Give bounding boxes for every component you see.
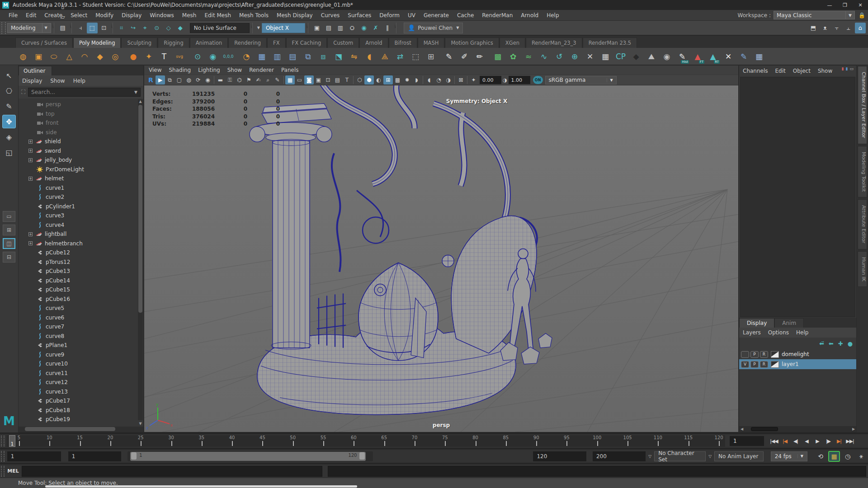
minimize-button[interactable]: — xyxy=(822,0,837,10)
channelbox-menu-show[interactable]: Show xyxy=(818,68,832,74)
character-set-dropdown[interactable]: No Character Set xyxy=(654,451,706,461)
menu-windows[interactable]: Windows xyxy=(146,12,178,19)
shelf-tab-renderman-23-3[interactable]: RenderMan_23_3 xyxy=(526,38,582,48)
rotate-tool[interactable]: ◈ xyxy=(2,130,16,144)
menu-uv[interactable]: UV xyxy=(404,12,420,19)
quad-draw-icon[interactable]: ▩ xyxy=(491,49,505,64)
poly-cube-icon[interactable]: ▣ xyxy=(31,49,46,64)
outliner-item-curve6[interactable]: curve6 xyxy=(19,313,143,323)
poly-sphere2-icon[interactable]: ◠ xyxy=(77,49,92,64)
outliner-item-curve12[interactable]: curve12 xyxy=(19,378,143,387)
grid-table-icon[interactable]: ▦ xyxy=(752,49,766,64)
cmdline-grip[interactable] xyxy=(1,466,5,477)
shelf-tab-renderman-23-5[interactable]: RenderMan 23.5 xyxy=(583,38,637,48)
refresh-icon[interactable]: ⟳ xyxy=(193,75,203,84)
target-weld-icon[interactable]: ⊕ xyxy=(567,49,582,64)
select-object-icon[interactable]: ⬚ xyxy=(87,23,98,33)
rt-badge-icon[interactable]: ▲RT xyxy=(706,49,720,64)
outliner-item-persp[interactable]: persp xyxy=(19,100,143,109)
layer-playback-toggle[interactable]: P xyxy=(750,361,759,368)
menu-surfaces[interactable]: Surfaces xyxy=(344,12,375,19)
layereditor-menu-layers[interactable]: Layers xyxy=(743,329,761,336)
points-icon[interactable]: ▩ xyxy=(393,75,402,84)
make-live-icon[interactable]: ◆ xyxy=(175,23,186,33)
gate-mask-icon[interactable]: ◙ xyxy=(304,75,314,84)
anim-layer-arrow-icon[interactable]: ▽ xyxy=(708,454,712,459)
menu-mesh[interactable]: Mesh xyxy=(178,12,201,19)
boolean-union-icon[interactable]: ▦ xyxy=(255,49,269,64)
outliner-item-shield[interactable]: +shield xyxy=(19,137,143,146)
move-layer-up-icon[interactable]: ⬅⃗ xyxy=(819,340,824,347)
layer-editor-tab-display[interactable]: Display xyxy=(739,318,774,328)
exposure-field[interactable]: 0.00 xyxy=(480,76,501,84)
pause-icon[interactable]: ‖ xyxy=(382,23,393,33)
safe-action-icon[interactable]: ⊡ xyxy=(323,75,333,84)
open-scene-icon[interactable]: ▱ xyxy=(57,12,68,23)
resolution-gate-icon[interactable]: ▭ xyxy=(295,75,304,84)
outliner-item-helmetbranch[interactable]: +helmetbranch xyxy=(19,239,143,249)
outliner-menu-help[interactable]: Help xyxy=(73,78,85,84)
outliner-item-curve5[interactable]: curve5 xyxy=(19,304,143,313)
layer-editor-tab-anim[interactable]: Anim xyxy=(774,318,804,328)
poly-platonic-icon[interactable]: ◆ xyxy=(93,49,107,64)
relax-tool-icon[interactable]: ∿ xyxy=(537,49,551,64)
construction-plane-icon[interactable]: ⊙ xyxy=(190,49,205,64)
flat-shade-icon[interactable]: ◐ xyxy=(374,75,383,84)
shelf-tab-custom[interactable]: Custom xyxy=(327,38,359,48)
grease-pencil-icon[interactable]: ✍ xyxy=(254,75,263,84)
poly-sphere-icon[interactable]: ◍ xyxy=(16,49,30,64)
layout-hypershade[interactable]: ⊟ xyxy=(3,252,15,263)
outliner-item-curve11[interactable]: curve11 xyxy=(19,369,143,378)
render-globe-icon[interactable]: ◍ xyxy=(184,75,193,84)
exposure-icon[interactable]: ✦ xyxy=(469,75,478,84)
boolean-difference-icon[interactable]: ▥ xyxy=(270,49,284,64)
statusline-grip[interactable] xyxy=(1,22,6,34)
shelf-tab-curves-surfaces[interactable]: Curves / Surfaces xyxy=(15,38,73,48)
slider-speed-slow-icon[interactable]: ▮ xyxy=(842,66,844,71)
sidebar-tab-modeling-toolkit[interactable]: Modeling Toolkit xyxy=(858,146,867,198)
create-layer-from-selected-icon[interactable]: ● xyxy=(848,340,853,347)
viewport-menu-view[interactable]: View xyxy=(149,67,161,73)
combine-icon[interactable]: ⧉ xyxy=(301,49,315,64)
freeze-transform-icon[interactable]: ✎ xyxy=(736,49,751,64)
outliner-tab[interactable]: Outliner xyxy=(19,66,52,75)
outliner-item-curve8[interactable]: curve8 xyxy=(19,332,143,341)
snapshot-camera-icon[interactable]: ◉ xyxy=(203,75,212,84)
shelf-tab-motion-graphics[interactable]: Motion Graphics xyxy=(445,38,499,48)
close-button[interactable]: ✕ xyxy=(853,0,868,10)
channelbox-menu-object[interactable]: Object xyxy=(793,68,811,74)
autokey-icon[interactable]: ⚹ xyxy=(855,451,867,462)
boolean-intersect-icon[interactable]: ▤ xyxy=(285,49,300,64)
shelf-tab-bifrost[interactable]: Bifrost xyxy=(389,38,417,48)
bevel-icon[interactable]: ⟁ xyxy=(377,49,392,64)
render-region-icon[interactable]: ▢ xyxy=(175,75,184,84)
shelf-tab-sculpting[interactable]: Sculpting xyxy=(121,38,157,48)
outliner-item-front[interactable]: front xyxy=(19,118,143,128)
snap-point-icon[interactable]: ⌖ xyxy=(140,23,151,33)
sphere-stack-icon[interactable]: ◉ xyxy=(660,49,674,64)
separate-icon[interactable]: ⧈ xyxy=(316,49,330,64)
playback-range-bar[interactable]: 1 120 xyxy=(127,451,373,461)
outliner-item-jelly-body[interactable]: +jelly_body xyxy=(19,155,143,165)
workspace-dock-right-icon[interactable]: ⫠ xyxy=(843,23,854,33)
layer-row-domelight[interactable]: PRdomelight xyxy=(739,349,856,359)
outliner-item-pcube15[interactable]: pCube15 xyxy=(19,285,143,295)
new-scene-icon[interactable]: ▯ xyxy=(57,1,68,12)
poly-disc-icon[interactable]: ◎ xyxy=(108,49,123,64)
view-transform-dropdown[interactable]: sRGB gamma▼ xyxy=(545,76,617,84)
ft-badge-icon[interactable]: ▲FT xyxy=(690,49,705,64)
menu-modify[interactable]: Modify xyxy=(91,12,118,19)
outliner-item-pcube16[interactable]: pCube16 xyxy=(19,295,143,304)
create-empty-layer-icon[interactable]: ✚ xyxy=(838,340,843,347)
poly-cone-icon[interactable]: △ xyxy=(62,49,76,64)
viewport-menu-renderer[interactable]: Renderer xyxy=(249,67,274,73)
cp-badge-icon[interactable]: CP xyxy=(613,49,628,64)
color-management-toggle[interactable]: ON xyxy=(533,76,543,84)
outliner-search-input[interactable]: Search...▼ xyxy=(28,88,141,97)
poly-cylinder-icon[interactable]: ⬭ xyxy=(47,49,61,64)
layer-playback-toggle[interactable]: P xyxy=(750,351,759,358)
character-set-arrow-icon[interactable]: ▽ xyxy=(648,454,651,459)
search-dropdown-arrow-icon[interactable]: ▼ xyxy=(134,90,137,94)
multi-cut-icon[interactable]: ✎ xyxy=(442,49,456,64)
outliner-horizontal-scrollbar[interactable] xyxy=(19,427,143,432)
